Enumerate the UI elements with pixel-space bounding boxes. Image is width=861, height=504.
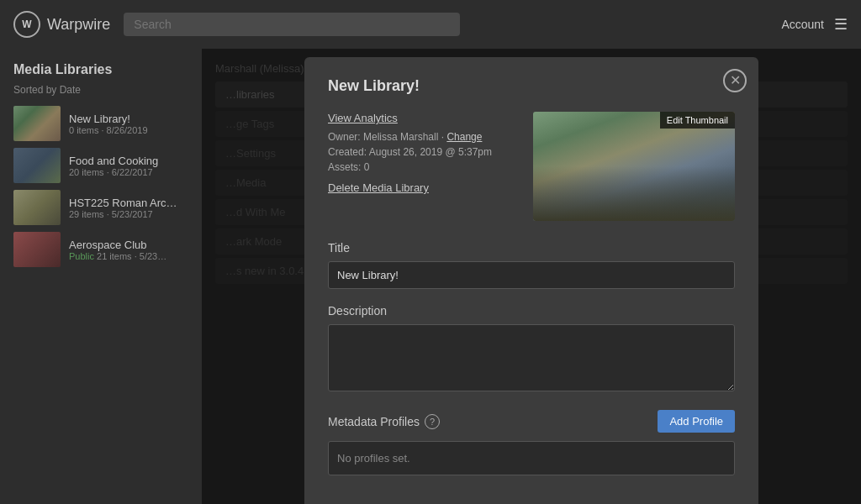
change-owner-link[interactable]: Change (446, 131, 482, 143)
help-icon[interactable]: ? (425, 414, 440, 429)
hamburger-icon[interactable]: ☰ (834, 15, 848, 34)
modal-title: New Library! (328, 77, 735, 95)
sidebar-item-food-cooking[interactable]: Food and Cooking 20 items · 6/22/2017 (13, 148, 188, 183)
right-panel: Marshall (Melissa) …libraries …ge Tags …… (202, 49, 861, 504)
lib-meta: 20 items · 6/22/2017 (69, 167, 188, 177)
modal-meta: View Analytics Owner: Melissa Marshall ·… (328, 112, 516, 221)
lib-name: Aerospace Club (69, 239, 188, 251)
sidebar-item-new-library[interactable]: New Library! 0 items · 8/26/2019 (13, 106, 188, 141)
sidebar: Media Libraries Sorted by Date New Libra… (0, 49, 202, 504)
description-input[interactable] (328, 324, 735, 391)
logo-area: W Warpwire (13, 11, 110, 38)
sidebar-item-aerospace[interactable]: Aerospace Club Public 21 items · 5/23… (13, 232, 188, 267)
description-form-group: Description (328, 304, 735, 395)
title-label: Title (328, 241, 735, 255)
metadata-label: Metadata Profiles (328, 415, 420, 428)
owner-line: Owner: Melissa Marshall · Change (328, 131, 516, 143)
add-profile-button[interactable]: Add Profile (658, 410, 735, 433)
modal-top-section: View Analytics Owner: Melissa Marshall ·… (328, 112, 735, 221)
lib-name: HST225 Roman Arc… (69, 197, 188, 209)
top-nav: W Warpwire Account ☰ (0, 0, 861, 49)
library-list: New Library! 0 items · 8/26/2019 Food an… (13, 106, 188, 267)
assets-line: Assets: 0 (328, 161, 516, 173)
lib-meta-text: 21 items · 5/23… (97, 251, 166, 261)
metadata-form-group: Metadata Profiles ? Add Profile No profi… (328, 410, 735, 475)
owner-prefix: Owner: Melissa Marshall · (328, 131, 446, 143)
main-layout: Media Libraries Sorted by Date New Libra… (0, 49, 861, 504)
lib-thumb-new-library (13, 106, 61, 141)
created-line: Created: August 26, 2019 @ 5:37pm (328, 146, 516, 158)
metadata-header: Metadata Profiles ? Add Profile (328, 410, 735, 433)
sorted-by-label: Sorted by Date (13, 84, 188, 96)
public-badge: Public (69, 251, 94, 261)
logo-name: Warpwire (47, 16, 110, 34)
lib-meta: 29 items · 5/23/2017 (69, 209, 188, 219)
no-profiles-box: No profiles set. (328, 441, 735, 475)
account-button[interactable]: Account (781, 18, 824, 31)
edit-thumbnail-button[interactable]: Edit Thumbnail (660, 112, 735, 129)
lib-thumb-food (13, 148, 61, 183)
lib-meta: Public 21 items · 5/23… (69, 251, 188, 261)
lib-name: New Library! (69, 113, 188, 125)
view-analytics-link[interactable]: View Analytics (328, 112, 516, 124)
sidebar-item-hst225[interactable]: HST225 Roman Arc… 29 items · 5/23/2017 (13, 190, 188, 225)
lib-thumb-hst (13, 190, 61, 225)
metadata-label-wrap: Metadata Profiles ? (328, 414, 440, 429)
modal-dialog: New Library! ✕ View Analytics Owner: Mel… (304, 57, 758, 504)
search-input[interactable] (124, 13, 460, 36)
description-label: Description (328, 304, 735, 318)
lib-meta: 0 items · 8/26/2019 (69, 125, 188, 135)
delete-library-link[interactable]: Delete Media Library (328, 181, 429, 194)
modal-close-button[interactable]: ✕ (723, 69, 747, 92)
nav-right: Account ☰ (781, 15, 848, 34)
modal-thumbnail: Edit Thumbnail (533, 112, 735, 221)
logo-icon: W (13, 11, 40, 38)
title-form-group: Title (328, 241, 735, 289)
lib-thumb-aerospace (13, 232, 61, 267)
modal-overlay: New Library! ✕ View Analytics Owner: Mel… (202, 49, 861, 504)
sidebar-title: Media Libraries (13, 62, 188, 77)
lib-name: Food and Cooking (69, 155, 188, 167)
title-input[interactable] (328, 261, 735, 289)
